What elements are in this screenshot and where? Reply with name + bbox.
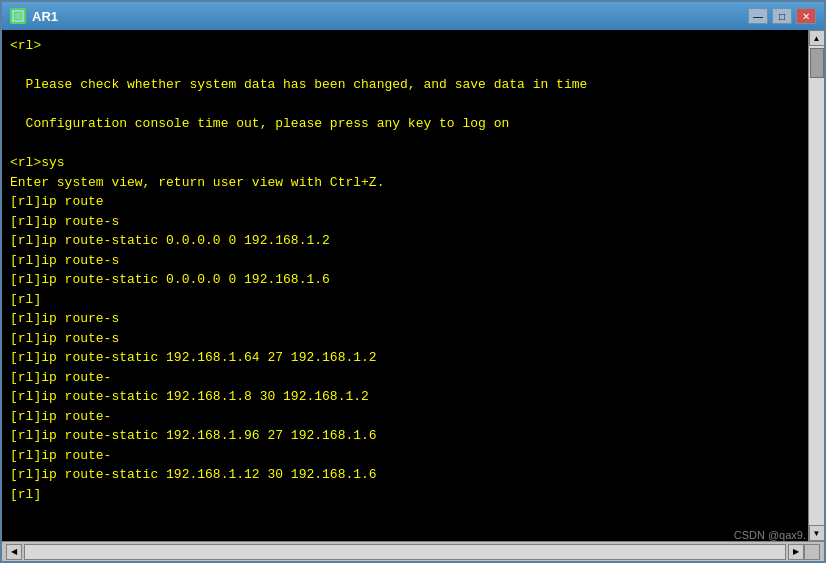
window-icon <box>10 8 26 24</box>
scroll-right-button[interactable]: ▶ <box>788 544 804 560</box>
title-bar-left: AR1 <box>10 8 58 24</box>
window-controls: — □ ✕ <box>748 8 816 24</box>
scroll-thumb[interactable] <box>810 48 824 78</box>
minimize-button[interactable]: — <box>748 8 768 24</box>
scroll-track <box>809 46 824 525</box>
close-button[interactable]: ✕ <box>796 8 816 24</box>
main-window: AR1 — □ ✕ <rl> Please check whether syst… <box>0 0 826 563</box>
restore-button[interactable]: □ <box>772 8 792 24</box>
watermark: CSDN @qax9. <box>734 529 806 541</box>
content-area: <rl> Please check whether system data ha… <box>2 30 824 541</box>
title-bar: AR1 — □ ✕ <box>2 2 824 30</box>
terminal-output[interactable]: <rl> Please check whether system data ha… <box>2 30 808 541</box>
scroll-h-track <box>24 544 786 560</box>
vertical-scrollbar[interactable]: ▲ ▼ <box>808 30 824 541</box>
corner-box <box>804 544 820 560</box>
scroll-down-button[interactable]: ▼ <box>809 525 825 541</box>
horizontal-scrollbar: ◀ ▶ CSDN @qax9. <box>2 541 824 561</box>
scroll-left-button[interactable]: ◀ <box>6 544 22 560</box>
scroll-up-button[interactable]: ▲ <box>809 30 825 46</box>
window-title: AR1 <box>32 9 58 24</box>
